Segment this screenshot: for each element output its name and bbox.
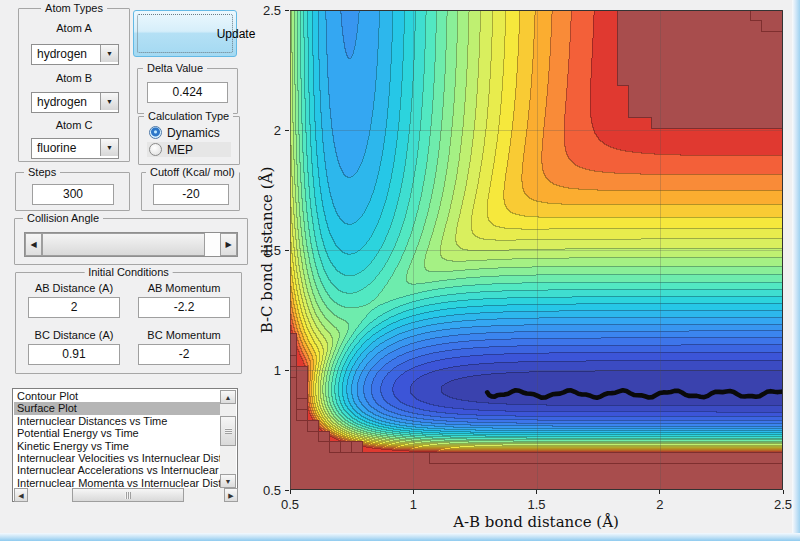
- cutoff-panel: Cutoff (Kcal/ mol) -20: [141, 172, 240, 211]
- initial-condition-label: BC Momentum: [138, 329, 230, 341]
- steps-field[interactable]: 300: [32, 184, 114, 205]
- radio-label: Dynamics: [167, 126, 220, 140]
- update-button[interactable]: Update: [133, 10, 237, 57]
- x-tick-label: 2.5: [774, 497, 792, 512]
- scroll-up-button[interactable]: ▲: [220, 390, 236, 404]
- up-arrow-icon: ▲: [225, 394, 232, 401]
- calculation-type-panel: Calculation Type DynamicsMEP: [138, 116, 240, 165]
- x-tick-mark: [659, 490, 660, 494]
- initial-condition-label: BC Distance (A): [28, 329, 120, 341]
- initial-condition-field[interactable]: 0.91: [28, 344, 120, 365]
- y-tick-label: 2: [274, 123, 281, 138]
- x-tick-mark: [536, 490, 537, 494]
- chevron-down-icon[interactable]: ▼: [100, 93, 118, 110]
- radio-button-icon[interactable]: [149, 126, 162, 139]
- x-tick-mark: [783, 490, 784, 494]
- x-tick-label: 1: [410, 497, 417, 512]
- atom-selector-dropdown[interactable]: fluorine▼: [31, 138, 119, 159]
- initial-conditions-panel: Initial Conditions AB Distance (A)2AB Mo…: [15, 272, 242, 374]
- list-item[interactable]: Internuclear Distances vs Time: [14, 415, 221, 427]
- vertical-scroll-thumb[interactable]: [220, 416, 236, 446]
- list-item[interactable]: Internuclear Velocities vs Internuclear …: [14, 452, 221, 464]
- scroll-left-button[interactable]: ◀: [14, 488, 28, 502]
- y-tick-mark: [285, 250, 289, 251]
- atom-types-title: Atom Types: [41, 2, 107, 14]
- x-axis-label: A-B bond distance (Å): [453, 513, 619, 531]
- dropdown-value: fluorine: [37, 141, 76, 155]
- down-arrow-icon: ▼: [225, 478, 232, 485]
- x-tick-mark: [413, 490, 414, 494]
- radio-option-mep[interactable]: MEP: [147, 142, 231, 157]
- scroll-right-button[interactable]: ▶: [224, 488, 238, 502]
- scroll-down-button[interactable]: ▼: [220, 474, 236, 488]
- y-tick-mark: [285, 370, 289, 371]
- plot-type-listbox[interactable]: Contour PlotSurface PlotInternuclear Dis…: [12, 388, 238, 502]
- list-item[interactable]: Surface Plot: [14, 402, 221, 414]
- y-tick-label: 1: [274, 363, 281, 378]
- delta-value-field[interactable]: 0.424: [147, 82, 228, 103]
- list-item[interactable]: Internuclear Accelerations vs Internucle…: [14, 464, 221, 476]
- calculation-type-title: Calculation Type: [144, 110, 233, 122]
- atom-selector-dropdown[interactable]: hydrogen▼: [31, 92, 119, 113]
- cutoff-title: Cutoff (Kcal/ mol): [146, 166, 239, 178]
- radio-option-dynamics[interactable]: Dynamics: [147, 125, 231, 140]
- collision-angle-slider[interactable]: ◀ ▶: [24, 232, 238, 257]
- chevron-down-icon[interactable]: ▼: [100, 139, 118, 156]
- atom-types-panel: Atom Types Atom Ahydrogen▼Atom Bhydrogen…: [18, 8, 130, 162]
- x-tick-label: 2: [656, 497, 663, 512]
- radio-label: MEP: [167, 143, 193, 157]
- y-tick-label: 0.5: [263, 483, 281, 498]
- initial-condition-label: AB Momentum: [138, 282, 230, 294]
- y-tick-mark: [285, 130, 289, 131]
- list-item[interactable]: Internuclear Momenta vs Internuclear Dis…: [14, 477, 221, 488]
- y-tick-mark: [285, 490, 289, 491]
- application-window: Atom Types Atom Ahydrogen▼Atom Bhydrogen…: [0, 0, 800, 541]
- slider-thumb[interactable]: [42, 233, 205, 256]
- x-tick-mark: [290, 490, 291, 494]
- horizontal-scroll-thumb[interactable]: [72, 488, 184, 502]
- chevron-down-icon[interactable]: ▼: [100, 45, 118, 62]
- right-arrow-icon: ▶: [228, 492, 233, 499]
- atom-selector-dropdown[interactable]: hydrogen▼: [31, 44, 119, 65]
- steps-title: Steps: [24, 166, 60, 178]
- steps-panel: Steps 300: [15, 172, 130, 211]
- slider-left-arrow[interactable]: ◀: [25, 233, 42, 256]
- left-arrow-icon: ◀: [30, 240, 36, 249]
- list-item[interactable]: Potential Energy vs Time: [14, 427, 221, 439]
- listbox-vertical-scrollbar[interactable]: ▲ ▼: [220, 390, 236, 488]
- radio-button-icon[interactable]: [149, 143, 162, 156]
- list-item[interactable]: Kinetic Energy vs Time: [14, 440, 221, 452]
- contour-plot-canvas[interactable]: [290, 10, 783, 490]
- y-tick-mark: [285, 10, 289, 11]
- x-tick-label: 0.5: [281, 497, 299, 512]
- cutoff-field[interactable]: -20: [153, 184, 229, 205]
- atom-selector-label: Atom A: [19, 22, 129, 34]
- initial-conditions-title: Initial Conditions: [84, 266, 173, 278]
- initial-condition-field[interactable]: 2: [28, 297, 120, 318]
- atom-selector-label: Atom B: [19, 72, 129, 84]
- dropdown-value: hydrogen: [37, 95, 87, 109]
- x-tick-label: 1.5: [527, 497, 545, 512]
- left-arrow-icon: ◀: [18, 492, 23, 499]
- collision-angle-panel: Collision Angle ◀ ▶: [14, 218, 248, 265]
- update-button-label: Update: [185, 27, 287, 41]
- delta-value-title: Delta Value: [143, 62, 207, 74]
- delta-value-panel: Delta Value 0.424: [137, 68, 238, 114]
- dropdown-value: hydrogen: [37, 47, 87, 61]
- initial-condition-field[interactable]: -2.2: [138, 297, 230, 318]
- listbox-horizontal-scrollbar[interactable]: ◀ ▶: [14, 488, 238, 502]
- y-tick-label: 2.5: [263, 3, 281, 18]
- y-axis-label: B-C bond distance (Å): [258, 167, 276, 334]
- window-frame-right: [792, 0, 800, 541]
- collision-angle-title: Collision Angle: [23, 212, 103, 224]
- slider-right-arrow[interactable]: ▶: [220, 233, 237, 256]
- atom-selector-label: Atom C: [19, 119, 129, 131]
- window-frame-bottom: [0, 533, 800, 541]
- initial-condition-field[interactable]: -2: [138, 344, 230, 365]
- list-item[interactable]: Contour Plot: [14, 390, 221, 402]
- right-arrow-icon: ▶: [225, 240, 231, 249]
- plot-type-list: Contour PlotSurface PlotInternuclear Dis…: [14, 390, 221, 488]
- initial-condition-label: AB Distance (A): [28, 282, 120, 294]
